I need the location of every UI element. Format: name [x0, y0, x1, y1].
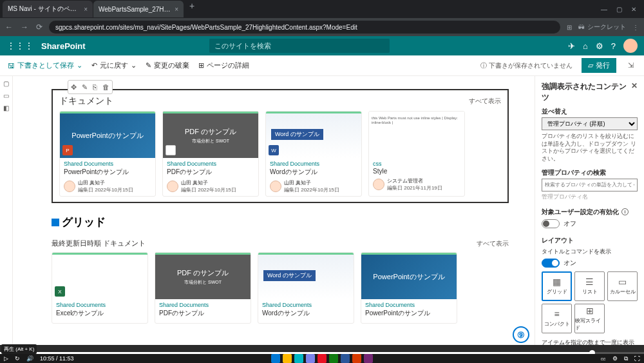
- taskbar-icon[interactable]: [317, 354, 327, 363]
- taskbar-icon[interactable]: [352, 354, 361, 363]
- user-avatar[interactable]: [623, 39, 638, 53]
- layout-option-list[interactable]: ☰リスト: [574, 271, 605, 301]
- thumb-text: PowerPointのサンプル: [373, 272, 444, 282]
- document-card[interactable]: PDF のサンプル市場分析と SWOT Shared DocumentsPDFの…: [155, 252, 251, 324]
- page-command-bar: 🖫 下書きとして保存 ⌄ ↶ 元に戻す ⌄ ✎ 変更の破棄 ⊞ ページの詳細 ⓘ…: [0, 55, 644, 76]
- close-icon[interactable]: ×: [175, 6, 178, 13]
- document-card[interactable]: Word のサンプルW Shared Documents Wordのサンプル 山…: [265, 111, 362, 197]
- undo-button[interactable]: ↶ 元に戻す ⌄: [91, 61, 137, 70]
- info-icon[interactable]: i: [621, 208, 629, 215]
- document-card[interactable]: Word のサンプル Shared DocumentsWordのサンプル: [258, 252, 354, 324]
- layout-option-compact[interactable]: ≡コンパクト: [542, 304, 572, 333]
- megaphone-icon[interactable]: ⌂: [583, 41, 588, 51]
- close-pane-icon[interactable]: ✕: [631, 81, 638, 103]
- highlighted-content-webpart[interactable]: ドキュメント すべて表示 PowerPointのサンプルP Shared Doc…: [52, 89, 509, 203]
- duplicate-icon[interactable]: ⎘: [93, 83, 97, 91]
- library-name: Shared Documents: [159, 302, 247, 308]
- page-details-button[interactable]: ⊞ ページの詳細: [198, 61, 249, 70]
- see-all-link[interactable]: すべて表示: [469, 97, 501, 106]
- browser-menu-icon[interactable]: ⋮: [632, 24, 639, 31]
- publish-button[interactable]: ▱ 発行: [582, 58, 616, 73]
- section-bg-icon[interactable]: ◧: [3, 104, 9, 112]
- fullscreen-icon[interactable]: ⛶: [634, 355, 640, 362]
- property-search-input[interactable]: [542, 179, 638, 191]
- sort-select[interactable]: 管理プロバティ (昇順): [542, 117, 638, 130]
- move-icon[interactable]: ✥: [71, 83, 77, 92]
- layout-option-grid[interactable]: ▦グリッド: [542, 271, 572, 301]
- settings-icon[interactable]: ⚙: [596, 41, 603, 51]
- card-thumbnail: X: [52, 253, 147, 299]
- browser-tab-2[interactable]: WebPartsSample_27Highlighted… ×: [93, 1, 184, 17]
- discard-button[interactable]: ✎ 変更の破棄: [146, 61, 189, 70]
- layout-label: 映写スライド: [575, 317, 604, 331]
- taskbar-icon[interactable]: [341, 354, 350, 363]
- thumb-text: Word のサンプル: [263, 270, 316, 281]
- audience-toggle[interactable]: [542, 219, 560, 228]
- delete-icon[interactable]: 🗑: [102, 83, 109, 91]
- play-icon[interactable]: ▷: [4, 355, 8, 362]
- taskbar-icon[interactable]: [271, 354, 280, 363]
- forward-icon[interactable]: →: [21, 23, 28, 32]
- pip-icon[interactable]: ⧉: [624, 355, 628, 362]
- document-card[interactable]: PowerPointのサンプル Shared DocumentsPowerPoi…: [361, 252, 457, 324]
- thumb-text: PDF のサンプル: [177, 268, 229, 278]
- back-icon[interactable]: ←: [5, 23, 13, 32]
- see-all-link[interactable]: すべて表示: [477, 239, 509, 248]
- webpart-property-pane: 強調表示されたコンテンツ✕ 並べ替え 管理プロバティ (昇順) プロバティ名のリ…: [535, 76, 644, 345]
- sort-description: プロバティ名のリストを絞り込むには単語を入力し、ドロップダウン リストからプロバ…: [542, 133, 638, 163]
- pdf-icon: [166, 145, 176, 155]
- browser-tab-1[interactable]: MS Navi - サイトのページ - 作成省 ×: [3, 1, 93, 17]
- card-thumbnail: Word のサンプル: [258, 253, 354, 299]
- show-titles-toggle[interactable]: [542, 259, 560, 268]
- toggle-state: オン: [564, 259, 576, 268]
- taskbar-icon[interactable]: [283, 354, 292, 363]
- author-name: システム管理者: [387, 177, 442, 184]
- library-name: css: [373, 161, 460, 167]
- send-icon[interactable]: ✈: [568, 41, 575, 51]
- section-add-icon[interactable]: ▢: [3, 80, 9, 87]
- close-window-icon[interactable]: ✕: [631, 6, 636, 13]
- captions-icon[interactable]: ㏄: [600, 355, 606, 363]
- layout-section-label: レイアウト: [542, 236, 638, 245]
- taskbar-icon[interactable]: [306, 354, 315, 363]
- layout-label: カルーセル: [610, 288, 636, 295]
- card-thumbnail: PowerPointのサンプルP: [60, 112, 155, 158]
- incognito-icon: 🕶: [578, 24, 585, 31]
- document-card[interactable]: X Shared DocumentsExcelのサンプル: [52, 252, 148, 324]
- maximize-icon[interactable]: ▢: [616, 6, 622, 13]
- new-tab-button[interactable]: +: [184, 1, 200, 17]
- reload-icon[interactable]: ⟳: [36, 23, 43, 32]
- document-card[interactable]: PowerPointのサンプルP Shared Documents PowerP…: [59, 111, 156, 197]
- section-layout-icon[interactable]: ▭: [3, 92, 9, 99]
- help-icon[interactable]: ?: [611, 41, 616, 51]
- library-name: Shared Documents: [167, 161, 254, 167]
- save-label: 下書きとして保存: [17, 61, 74, 70]
- close-icon[interactable]: ×: [84, 6, 88, 13]
- replay-icon[interactable]: ↻: [15, 355, 20, 362]
- taskbar-icon[interactable]: [294, 354, 303, 363]
- modified-date: 編集日 2022年10月15日: [284, 186, 339, 193]
- collapse-pane-icon[interactable]: ⇲: [625, 61, 636, 70]
- extension-icon[interactable]: ⊞: [567, 24, 572, 31]
- layout-option-carousel[interactable]: ▭カルーセル: [607, 271, 638, 301]
- card-title: Wordのサンプル: [270, 168, 357, 177]
- document-card[interactable]: this Web Parts must not use inline style…: [368, 111, 465, 197]
- layout-option-filmstrip[interactable]: ⊞映写スライド: [574, 304, 605, 333]
- taskbar-icon[interactable]: [329, 354, 338, 363]
- url-field[interactable]: sgpcs.sharepoint.com/sites/ms_navi/SiteP…: [49, 21, 560, 34]
- volume-icon[interactable]: 🔊: [26, 355, 33, 362]
- document-card[interactable]: PDF のサンプル市場分析と SWOT Shared Documents PDF…: [162, 111, 259, 197]
- app-name: SharePoint: [41, 41, 86, 51]
- edit-icon[interactable]: ✎: [82, 83, 88, 92]
- minimize-icon[interactable]: —: [601, 6, 607, 13]
- excel-icon: X: [55, 286, 65, 297]
- site-search-input[interactable]: [209, 39, 390, 53]
- incognito-badge[interactable]: 🕶 シークレット: [578, 23, 626, 32]
- audience-label: 対象ユーザー設定の有効化: [542, 208, 619, 217]
- author-avatar: [167, 181, 178, 192]
- taskbar-icon[interactable]: [364, 354, 373, 363]
- sort-label: 並べ替え: [542, 107, 638, 116]
- app-launcher-icon[interactable]: ⋮⋮⋮: [6, 41, 33, 51]
- save-draft-button[interactable]: 🖫 下書きとして保存 ⌄: [8, 61, 82, 70]
- settings-gear-icon[interactable]: ⚙: [612, 355, 618, 362]
